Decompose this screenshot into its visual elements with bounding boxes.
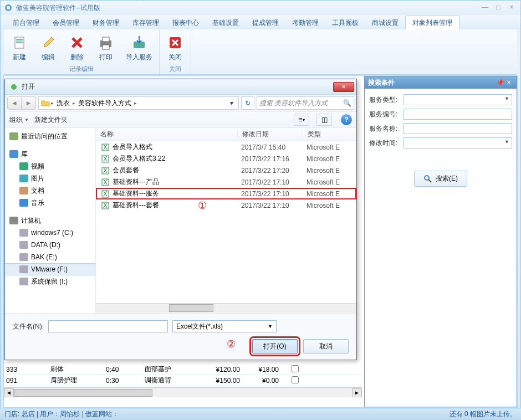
view-mode-button[interactable]: ≡▾ [294, 114, 309, 126]
dialog-search-input[interactable]: 搜索 美容软件导入方式 🔍 [257, 96, 354, 110]
file-row[interactable]: X会员套餐2017/3/22 17:20Microsoft E [96, 165, 356, 176]
organize-button[interactable]: 组织▼ [9, 115, 29, 125]
search-field-input[interactable] [403, 109, 512, 120]
field-label: 服务名称: [369, 124, 403, 134]
svg-point-1 [7, 6, 10, 9]
ribbon: 新建编辑删除打印导入服务 记录编辑 关闭 关闭 [4, 29, 517, 75]
tree-item[interactable]: DATA (D:) [5, 239, 95, 251]
filename-input[interactable] [48, 320, 168, 332]
ribbon-删除[interactable]: 删除 [66, 33, 88, 63]
file-row[interactable]: X基础资料---服务2017/3/22 17:10Microsoft E [96, 188, 356, 199]
tree-item[interactable]: BAK (E:) [5, 251, 95, 263]
app-icon [4, 3, 13, 12]
file-row[interactable]: X基础资料---套餐2017/3/22 17:10Microsoft E [96, 199, 356, 211]
search-button[interactable]: 搜索(E) [414, 171, 467, 187]
breadcrumb-item[interactable]: 洗衣 [55, 99, 71, 108]
minimize-button[interactable]: — [479, 4, 491, 12]
menu-tab[interactable]: 对象列表管理 [405, 15, 459, 29]
open-button[interactable]: 打开(O) [252, 339, 298, 354]
file-row[interactable]: X会员导入格式3.222017/3/22 17:16Microsoft E [96, 153, 356, 165]
ribbon-关闭[interactable]: 关闭 [164, 33, 186, 63]
tree-item[interactable]: 系统保留 (I:) [5, 275, 95, 288]
col-name[interactable]: 名称 [96, 130, 238, 139]
scroll-thumb[interactable] [169, 304, 213, 312]
ribbon-导入服务[interactable]: 导入服务 [124, 33, 155, 63]
tree-item[interactable]: 图片 [5, 172, 95, 185]
row-checkbox[interactable] [292, 376, 299, 383]
search-icon: 🔍 [343, 99, 351, 107]
col-date[interactable]: 修改日期 [238, 130, 303, 139]
refresh-button[interactable]: ↻ [241, 96, 254, 110]
panel-close-icon[interactable]: × [504, 79, 513, 86]
grid-horizontal-scrollbar[interactable]: ◄ ► [4, 387, 362, 397]
新建-icon [11, 34, 28, 52]
svg-text:X: X [103, 167, 108, 175]
breadcrumb[interactable]: ▸ 洗衣 ▸ 美容软件导入方式 ▸ ▾ [38, 96, 239, 110]
svg-text:X: X [103, 202, 108, 209]
help-button[interactable]: ? [341, 114, 352, 125]
file-row[interactable]: X会员导入格式2017/3/7 15:40Microsoft E [96, 141, 356, 153]
dialog-title: 打开 [22, 82, 333, 91]
table-row[interactable]: 091肩膀护理0:30调衡通背¥150.00¥0.00 [4, 375, 362, 386]
menu-tab[interactable]: 基础设置 [206, 16, 246, 29]
tree-item[interactable]: 视频 [5, 160, 95, 172]
table-row[interactable]: 333刷体0:40面部基护¥120.00¥18.00 [4, 364, 362, 375]
menubar: 前台管理会员管理财务管理库存管理报表中心基础设置提成管理考勤管理工具面板商城设置… [1, 15, 520, 29]
menu-tab[interactable]: 商城设置 [365, 16, 405, 29]
file-row[interactable]: X基础资料---产品2017/3/22 17:10Microsoft E [96, 176, 356, 188]
menu-tab[interactable]: 考勤管理 [285, 16, 325, 29]
maximize-button[interactable]: □ [493, 4, 504, 12]
close-button[interactable]: × [506, 4, 517, 12]
ribbon-新建[interactable]: 新建 [8, 33, 30, 63]
col-type[interactable]: 类型 [303, 130, 356, 139]
scroll-right-arrow[interactable]: ► [352, 388, 362, 397]
search-field-input[interactable] [403, 123, 512, 134]
filetype-select[interactable]: Excel文件(*.xls) ▼ [172, 320, 277, 332]
nav-back-button[interactable]: ◄ [7, 96, 22, 110]
search-button-label: 搜索(E) [436, 174, 458, 183]
search-field-input[interactable]: ▼ [403, 94, 512, 105]
tree-item[interactable]: 文档 [5, 185, 95, 197]
menu-tab[interactable]: 会员管理 [46, 16, 86, 29]
menu-tab[interactable]: 库存管理 [126, 16, 166, 29]
scroll-left-arrow[interactable]: ◄ [4, 388, 14, 397]
excel-file-icon: X [100, 201, 110, 210]
导入服务-icon [130, 34, 148, 52]
scroll-thumb[interactable] [14, 389, 152, 397]
tree-item[interactable]: VMware (F:) [5, 263, 95, 275]
row-checkbox[interactable] [292, 365, 299, 372]
tree-item[interactable]: 音乐 [5, 197, 95, 209]
pin-icon[interactable]: 📌 [496, 79, 504, 86]
magnifier-icon [423, 175, 432, 183]
svg-rect-7 [103, 45, 109, 49]
search-field-input[interactable]: ▼ [403, 137, 512, 148]
tree-item[interactable]: 库 [5, 148, 95, 160]
nav-forward-button[interactable]: ► [22, 96, 36, 110]
ribbon-编辑[interactable]: 编辑 [37, 33, 59, 63]
chevron-down-icon: ▼ [268, 324, 273, 329]
tree-item[interactable]: 最近访问的位置 [5, 130, 95, 142]
dialog-icon [9, 83, 18, 91]
删除-icon [68, 34, 86, 52]
file-list-scrollbar[interactable] [96, 303, 356, 313]
pic-icon [19, 175, 28, 182]
breadcrumb-item[interactable]: 美容软件导入方式 [76, 99, 133, 108]
new-folder-button[interactable]: 新建文件夹 [34, 115, 68, 125]
menu-tab[interactable]: 财务管理 [86, 16, 126, 29]
ribbon-打印[interactable]: 打印 [95, 33, 117, 63]
tree-item[interactable]: windows7 (C:) [5, 227, 95, 239]
breadcrumb-dropdown-icon[interactable]: ▾ [227, 99, 236, 107]
computer-icon [9, 217, 18, 224]
menu-tab[interactable]: 前台管理 [6, 16, 46, 29]
menu-tab[interactable]: 提成管理 [246, 16, 285, 29]
cancel-button[interactable]: 取消 [303, 339, 349, 354]
field-label: 服务编号: [369, 110, 403, 119]
doc-icon [19, 187, 28, 194]
menu-tab[interactable]: 工具面板 [325, 16, 365, 29]
folder-icon [41, 99, 50, 107]
menu-tab[interactable]: 报表中心 [166, 16, 206, 29]
tree-item[interactable]: 计算机 [5, 214, 95, 227]
drive-icon [19, 241, 28, 249]
dialog-close-button[interactable]: ✕ [333, 82, 354, 92]
preview-pane-button[interactable]: ◫ [316, 114, 332, 126]
